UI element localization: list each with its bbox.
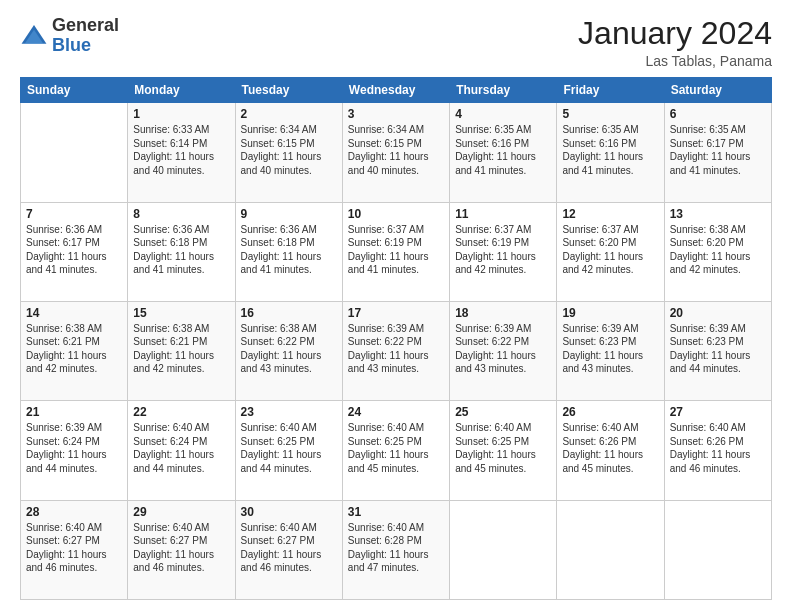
day-cell: 21Sunrise: 6:39 AM Sunset: 6:24 PM Dayli… (21, 401, 128, 500)
day-info: Sunrise: 6:35 AM Sunset: 6:17 PM Dayligh… (670, 123, 766, 177)
page: General Blue January 2024 Las Tablas, Pa… (0, 0, 792, 612)
week-row-2: 14Sunrise: 6:38 AM Sunset: 6:21 PM Dayli… (21, 301, 772, 400)
day-info: Sunrise: 6:36 AM Sunset: 6:18 PM Dayligh… (241, 223, 337, 277)
day-cell: 23Sunrise: 6:40 AM Sunset: 6:25 PM Dayli… (235, 401, 342, 500)
day-number: 16 (241, 306, 337, 320)
day-cell: 28Sunrise: 6:40 AM Sunset: 6:27 PM Dayli… (21, 500, 128, 599)
location: Las Tablas, Panama (578, 53, 772, 69)
day-info: Sunrise: 6:39 AM Sunset: 6:22 PM Dayligh… (455, 322, 551, 376)
week-row-0: 1Sunrise: 6:33 AM Sunset: 6:14 PM Daylig… (21, 103, 772, 202)
day-number: 5 (562, 107, 658, 121)
week-row-1: 7Sunrise: 6:36 AM Sunset: 6:17 PM Daylig… (21, 202, 772, 301)
day-cell: 7Sunrise: 6:36 AM Sunset: 6:17 PM Daylig… (21, 202, 128, 301)
day-number: 22 (133, 405, 229, 419)
day-number: 25 (455, 405, 551, 419)
day-info: Sunrise: 6:33 AM Sunset: 6:14 PM Dayligh… (133, 123, 229, 177)
day-cell: 18Sunrise: 6:39 AM Sunset: 6:22 PM Dayli… (450, 301, 557, 400)
day-cell: 17Sunrise: 6:39 AM Sunset: 6:22 PM Dayli… (342, 301, 449, 400)
day-info: Sunrise: 6:37 AM Sunset: 6:19 PM Dayligh… (348, 223, 444, 277)
day-cell: 31Sunrise: 6:40 AM Sunset: 6:28 PM Dayli… (342, 500, 449, 599)
day-cell: 8Sunrise: 6:36 AM Sunset: 6:18 PM Daylig… (128, 202, 235, 301)
day-cell: 6Sunrise: 6:35 AM Sunset: 6:17 PM Daylig… (664, 103, 771, 202)
weekday-header-row: SundayMondayTuesdayWednesdayThursdayFrid… (21, 78, 772, 103)
day-info: Sunrise: 6:40 AM Sunset: 6:25 PM Dayligh… (348, 421, 444, 475)
day-number: 9 (241, 207, 337, 221)
day-info: Sunrise: 6:38 AM Sunset: 6:22 PM Dayligh… (241, 322, 337, 376)
day-info: Sunrise: 6:40 AM Sunset: 6:24 PM Dayligh… (133, 421, 229, 475)
day-info: Sunrise: 6:34 AM Sunset: 6:15 PM Dayligh… (348, 123, 444, 177)
day-info: Sunrise: 6:40 AM Sunset: 6:25 PM Dayligh… (455, 421, 551, 475)
day-cell: 10Sunrise: 6:37 AM Sunset: 6:19 PM Dayli… (342, 202, 449, 301)
day-number: 24 (348, 405, 444, 419)
day-info: Sunrise: 6:36 AM Sunset: 6:17 PM Dayligh… (26, 223, 122, 277)
day-info: Sunrise: 6:39 AM Sunset: 6:23 PM Dayligh… (670, 322, 766, 376)
calendar-table: SundayMondayTuesdayWednesdayThursdayFrid… (20, 77, 772, 600)
day-cell: 26Sunrise: 6:40 AM Sunset: 6:26 PM Dayli… (557, 401, 664, 500)
day-cell (450, 500, 557, 599)
title-block: January 2024 Las Tablas, Panama (578, 16, 772, 69)
day-number: 26 (562, 405, 658, 419)
day-info: Sunrise: 6:40 AM Sunset: 6:27 PM Dayligh… (241, 521, 337, 575)
day-cell: 13Sunrise: 6:38 AM Sunset: 6:20 PM Dayli… (664, 202, 771, 301)
week-row-4: 28Sunrise: 6:40 AM Sunset: 6:27 PM Dayli… (21, 500, 772, 599)
weekday-header-thursday: Thursday (450, 78, 557, 103)
day-cell: 1Sunrise: 6:33 AM Sunset: 6:14 PM Daylig… (128, 103, 235, 202)
day-number: 27 (670, 405, 766, 419)
day-cell: 3Sunrise: 6:34 AM Sunset: 6:15 PM Daylig… (342, 103, 449, 202)
day-cell (664, 500, 771, 599)
day-number: 1 (133, 107, 229, 121)
day-number: 10 (348, 207, 444, 221)
day-number: 21 (26, 405, 122, 419)
day-number: 7 (26, 207, 122, 221)
day-cell (557, 500, 664, 599)
day-number: 13 (670, 207, 766, 221)
day-cell: 19Sunrise: 6:39 AM Sunset: 6:23 PM Dayli… (557, 301, 664, 400)
day-number: 30 (241, 505, 337, 519)
weekday-header-wednesday: Wednesday (342, 78, 449, 103)
day-cell: 20Sunrise: 6:39 AM Sunset: 6:23 PM Dayli… (664, 301, 771, 400)
day-number: 4 (455, 107, 551, 121)
day-number: 14 (26, 306, 122, 320)
day-number: 17 (348, 306, 444, 320)
day-cell: 9Sunrise: 6:36 AM Sunset: 6:18 PM Daylig… (235, 202, 342, 301)
day-number: 29 (133, 505, 229, 519)
weekday-header-sunday: Sunday (21, 78, 128, 103)
day-info: Sunrise: 6:40 AM Sunset: 6:27 PM Dayligh… (133, 521, 229, 575)
day-info: Sunrise: 6:38 AM Sunset: 6:20 PM Dayligh… (670, 223, 766, 277)
day-info: Sunrise: 6:38 AM Sunset: 6:21 PM Dayligh… (26, 322, 122, 376)
day-number: 31 (348, 505, 444, 519)
weekday-header-monday: Monday (128, 78, 235, 103)
day-cell: 16Sunrise: 6:38 AM Sunset: 6:22 PM Dayli… (235, 301, 342, 400)
day-number: 28 (26, 505, 122, 519)
day-cell: 14Sunrise: 6:38 AM Sunset: 6:21 PM Dayli… (21, 301, 128, 400)
day-cell: 29Sunrise: 6:40 AM Sunset: 6:27 PM Dayli… (128, 500, 235, 599)
day-cell: 25Sunrise: 6:40 AM Sunset: 6:25 PM Dayli… (450, 401, 557, 500)
day-number: 2 (241, 107, 337, 121)
day-cell: 5Sunrise: 6:35 AM Sunset: 6:16 PM Daylig… (557, 103, 664, 202)
weekday-header-friday: Friday (557, 78, 664, 103)
day-cell: 12Sunrise: 6:37 AM Sunset: 6:20 PM Dayli… (557, 202, 664, 301)
day-info: Sunrise: 6:37 AM Sunset: 6:20 PM Dayligh… (562, 223, 658, 277)
day-number: 19 (562, 306, 658, 320)
day-number: 8 (133, 207, 229, 221)
day-number: 18 (455, 306, 551, 320)
day-info: Sunrise: 6:39 AM Sunset: 6:23 PM Dayligh… (562, 322, 658, 376)
day-info: Sunrise: 6:40 AM Sunset: 6:25 PM Dayligh… (241, 421, 337, 475)
logo-text: General Blue (52, 16, 119, 56)
day-cell: 2Sunrise: 6:34 AM Sunset: 6:15 PM Daylig… (235, 103, 342, 202)
day-info: Sunrise: 6:37 AM Sunset: 6:19 PM Dayligh… (455, 223, 551, 277)
header: General Blue January 2024 Las Tablas, Pa… (20, 16, 772, 69)
day-cell: 30Sunrise: 6:40 AM Sunset: 6:27 PM Dayli… (235, 500, 342, 599)
day-number: 20 (670, 306, 766, 320)
day-cell: 4Sunrise: 6:35 AM Sunset: 6:16 PM Daylig… (450, 103, 557, 202)
day-info: Sunrise: 6:39 AM Sunset: 6:22 PM Dayligh… (348, 322, 444, 376)
day-info: Sunrise: 6:40 AM Sunset: 6:28 PM Dayligh… (348, 521, 444, 575)
day-info: Sunrise: 6:40 AM Sunset: 6:27 PM Dayligh… (26, 521, 122, 575)
weekday-header-tuesday: Tuesday (235, 78, 342, 103)
day-number: 23 (241, 405, 337, 419)
day-number: 6 (670, 107, 766, 121)
weekday-header-saturday: Saturday (664, 78, 771, 103)
day-cell: 24Sunrise: 6:40 AM Sunset: 6:25 PM Dayli… (342, 401, 449, 500)
day-info: Sunrise: 6:35 AM Sunset: 6:16 PM Dayligh… (562, 123, 658, 177)
day-info: Sunrise: 6:40 AM Sunset: 6:26 PM Dayligh… (670, 421, 766, 475)
